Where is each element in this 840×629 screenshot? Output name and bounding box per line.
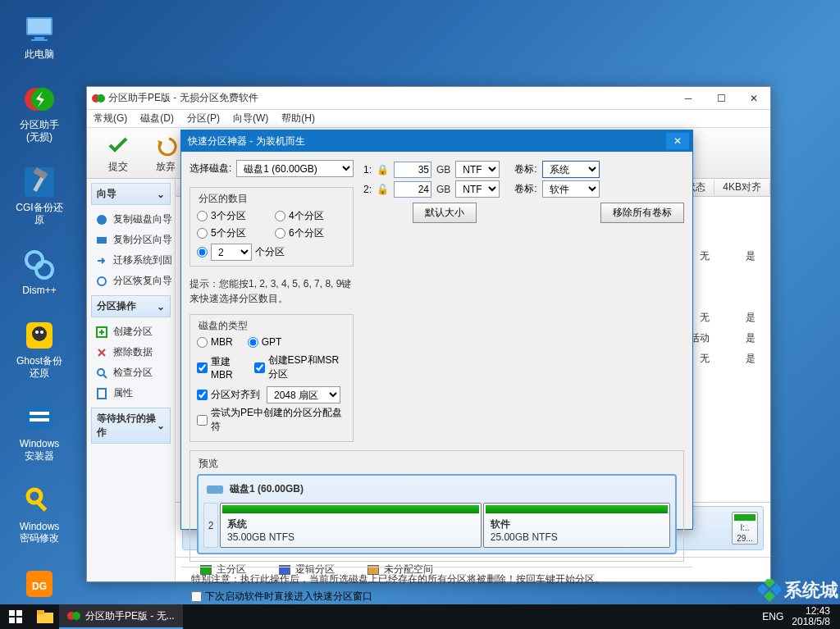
radio-6-partitions[interactable]: 6个分区: [275, 226, 346, 240]
fs-select-2[interactable]: NTFS: [455, 180, 500, 198]
key-icon: [23, 485, 56, 517]
desktop-icon-partition-assist[interactable]: 分区助手(无损): [15, 83, 64, 143]
tray-lang[interactable]: ENG: [762, 611, 783, 622]
radio-custom-partitions[interactable]: 2 个分区: [197, 244, 346, 261]
size-input-2[interactable]: [394, 181, 431, 198]
checkbox-pe-letter[interactable]: 尝试为PE中创建的分区分配盘符: [197, 406, 346, 434]
radio-4-partitions[interactable]: 4个分区: [275, 209, 346, 223]
desktop-icon-password[interactable]: Windows密码修改: [15, 485, 64, 545]
installer-icon: [23, 402, 56, 435]
checkbox-create-esp[interactable]: 创建ESP和MSR分区: [254, 353, 346, 381]
ghost-icon: [23, 319, 56, 352]
sidebar-item-migrate[interactable]: 迁移系统到固: [87, 250, 175, 271]
tray-date[interactable]: 2018/5/8: [792, 617, 830, 627]
align-select[interactable]: 2048 扇区: [267, 386, 340, 403]
svg-rect-1: [28, 19, 51, 34]
windows-icon: [9, 610, 22, 623]
checkbox-rebuild-mbr[interactable]: 重建MBR: [197, 353, 246, 381]
radio-gpt[interactable]: GPT: [248, 336, 282, 348]
checkbox-direct-enter[interactable]: 下次启动软件时直接进入快速分区窗口: [191, 590, 682, 604]
app-icon: [67, 609, 80, 622]
warning-text: 特别注意：执行此操作后，当前所选磁盘上已经存在的所有分区将被删除！按回车键开始分…: [191, 572, 682, 586]
radio-mbr[interactable]: MBR: [197, 336, 233, 348]
pc-icon: [23, 12, 56, 45]
lock-icon[interactable]: 🔓: [377, 184, 389, 195]
disk-partition-i[interactable]: I:..29...: [732, 512, 758, 545]
disk-type-group: 磁盘的类型 MBR GPT 重建MBR 创建ESP和MSR分区 分区对齐到 20…: [189, 314, 354, 442]
sidebar-section-wizard[interactable]: 向导⌄: [91, 183, 171, 205]
migrate-icon: [95, 254, 108, 267]
svg-point-42: [72, 612, 80, 620]
disk-select[interactable]: 磁盘1 (60.00GB): [236, 160, 354, 177]
svg-rect-30: [207, 485, 223, 494]
close-button[interactable]: ✕: [737, 87, 770, 110]
svg-point-23: [97, 94, 105, 103]
desktop-icon-ghost[interactable]: Ghost备份还原: [15, 319, 64, 379]
diskgenius-icon: DG: [23, 567, 56, 600]
title-bar[interactable]: 分区助手PE版 - 无损分区免费软件 ─ ☐ ✕: [87, 87, 770, 110]
sidebar-item-recover[interactable]: 分区恢复向导: [87, 271, 175, 291]
custom-count-select[interactable]: 2: [211, 244, 252, 261]
svg-point-26: [98, 277, 106, 285]
sidebar-item-check[interactable]: 检查分区: [87, 362, 175, 383]
lock-icon[interactable]: 🔒: [377, 164, 389, 175]
preview-partition-2[interactable]: 软件25.00GB NTFS: [483, 503, 670, 548]
desktop-icon-wininst[interactable]: Windows安装器: [15, 402, 64, 462]
preview-group: 预览 磁盘1 (60.00GB) 2 系统35.00GB NTFS 软件25.0…: [189, 450, 684, 562]
sidebar-item-properties[interactable]: 属性: [87, 383, 175, 403]
svg-point-18: [28, 490, 41, 503]
maximize-button[interactable]: ☐: [705, 87, 737, 110]
minimize-button[interactable]: ─: [672, 87, 705, 110]
sidebar-section-pending[interactable]: 等待执行的操作⌄: [91, 408, 171, 444]
check-icon: [105, 132, 131, 158]
checkbox-align[interactable]: 分区对齐到 2048 扇区: [197, 386, 346, 403]
radio-5-partitions[interactable]: 5个分区: [197, 226, 268, 240]
menu-general[interactable]: 常规(G): [94, 112, 127, 125]
sidebar: 向导⌄ 复制磁盘向导 复制分区向导 迁移系统到固 分区恢复向导 分区操作⌄ 创建…: [87, 179, 176, 581]
svg-point-24: [97, 215, 107, 225]
remove-labels-button[interactable]: 移除所有卷标: [600, 203, 684, 223]
svg-point-14: [40, 330, 43, 334]
desktop-icon-this-pc[interactable]: 此电脑: [15, 12, 64, 60]
partition-copy-icon: [95, 234, 108, 247]
volume-select-1[interactable]: 系统: [542, 161, 600, 178]
menu-help[interactable]: 帮助(H): [281, 112, 315, 125]
preview-partition-1[interactable]: 系统35.00GB NTFS: [220, 503, 482, 548]
svg-point-28: [98, 369, 104, 376]
sidebar-item-copy-disk[interactable]: 复制磁盘向导: [87, 209, 175, 230]
radio-3-partitions[interactable]: 3个分区: [197, 209, 268, 223]
disk-copy-icon: [95, 213, 108, 226]
select-disk-label: 选择磁盘:: [189, 162, 231, 175]
dialog-title-bar[interactable]: 快速分区神器 - 为装机而生 ✕: [181, 130, 692, 152]
menu-disk[interactable]: 磁盘(D): [140, 112, 174, 125]
desktop-icon-dism[interactable]: Dism++: [15, 248, 64, 296]
default-size-button[interactable]: 默认大小: [413, 203, 477, 223]
disk-icon: [207, 484, 223, 495]
taskbar-app[interactable]: 分区助手PE版 - 无...: [59, 604, 183, 629]
svg-rect-17: [30, 418, 49, 422]
chevron-icon: ⌄: [157, 301, 165, 312]
menu-partition[interactable]: 分区(P): [187, 112, 220, 125]
window-title: 分区助手PE版 - 无损分区免费软件: [108, 91, 672, 105]
fs-select-1[interactable]: NTFS: [455, 161, 500, 178]
dialog-close-button[interactable]: ✕: [666, 133, 689, 149]
desktop-icons: 此电脑 分区助手(无损) CGI备份还原 Dism++ Ghost备份还原 Wi…: [15, 12, 64, 627]
col-4kb[interactable]: 4KB对齐: [714, 180, 770, 194]
quick-partition-dialog: 快速分区神器 - 为装机而生 ✕ 选择磁盘: 磁盘1 (60.00GB) 分区的…: [180, 130, 693, 530]
menu-wizard[interactable]: 向导(W): [233, 112, 268, 125]
svg-rect-37: [9, 618, 15, 623]
size-input-1[interactable]: [394, 162, 431, 178]
toolbar-commit[interactable]: 提交: [95, 129, 141, 177]
desktop-icon-cgi[interactable]: CGI备份还原: [15, 166, 64, 226]
sidebar-item-wipe[interactable]: 擦除数据: [87, 342, 175, 362]
start-button[interactable]: [0, 604, 31, 629]
preview-disk: 磁盘1 (60.00GB) 2 系统35.00GB NTFS 软件25.00GB…: [197, 474, 677, 554]
taskbar-explorer[interactable]: [31, 604, 59, 629]
volume-select-2[interactable]: 软件: [542, 180, 600, 198]
hammer-icon: [23, 166, 56, 198]
svg-point-10: [36, 262, 52, 278]
sidebar-item-copy-partition[interactable]: 复制分区向导: [87, 230, 175, 250]
svg-rect-29: [98, 389, 106, 399]
sidebar-item-create[interactable]: 创建分区: [87, 321, 175, 342]
sidebar-section-operations[interactable]: 分区操作⌄: [91, 295, 171, 317]
